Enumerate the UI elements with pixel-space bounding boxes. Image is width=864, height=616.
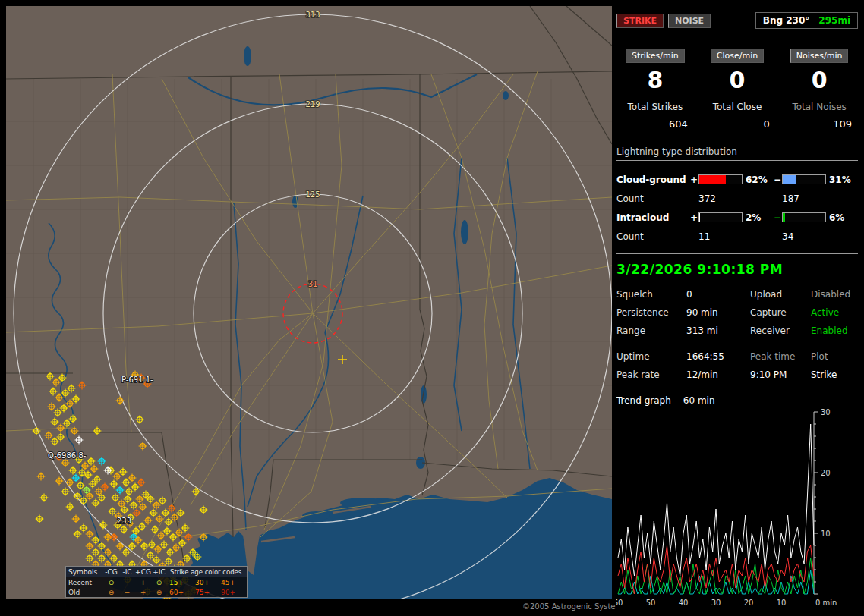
plus-cg-icon: + xyxy=(135,579,151,586)
current-timestamp: 3/22/2026 9:10:18 PM xyxy=(616,262,858,277)
persistence-label: Persistence xyxy=(616,307,686,318)
bearing-value: Bng 230° xyxy=(763,15,810,26)
cloud-ground-count-row: Count 372 187 xyxy=(616,189,858,208)
receiver-settings-grid: Squelch 0 Upload Disabled Persistence 90… xyxy=(616,289,858,336)
close-stat: Close/min 0 Total Close 0 xyxy=(698,47,776,130)
copyright: ©2005 Astrogenic Systems xyxy=(522,602,626,611)
separator xyxy=(616,253,858,254)
close-per-min-chip: Close/min xyxy=(711,49,764,63)
uptime-label: Uptime xyxy=(616,351,686,362)
receiver-status: Enabled xyxy=(811,325,858,336)
plus-cg-icon: + xyxy=(135,589,151,596)
svg-text:233: 233 xyxy=(117,517,131,525)
noises-stat: Noises/min 0 Total Noises 109 xyxy=(780,47,858,130)
plus-sign: + xyxy=(689,174,698,185)
legend-row-recent: Recent ⊖ − + ⊕ 15+ 30+ 45+ xyxy=(66,577,247,587)
total-strikes-label: Total Strikes xyxy=(616,102,694,112)
legend-col-nic: -IC xyxy=(119,568,135,576)
age-75: 75+ xyxy=(193,589,219,596)
legend-col-pcg: +CG xyxy=(135,568,151,576)
bearing-readout: Bng 230° 295mi xyxy=(755,12,858,29)
peak-rate-label: Peak rate xyxy=(616,369,686,380)
trend-graph-label: Trend graph xyxy=(616,395,671,406)
svg-text:20: 20 xyxy=(821,469,831,477)
svg-text:50: 50 xyxy=(646,599,656,607)
intracloud-count-row: Count 11 34 xyxy=(616,227,858,246)
cg-negative-bar xyxy=(782,174,826,184)
range-value: 313 mi xyxy=(686,325,750,336)
trend-graph: 1020306050403020100 min xyxy=(616,409,858,614)
cg-positive-pct: 62% xyxy=(743,174,773,185)
strikes-per-min-chip: Strikes/min xyxy=(626,49,685,63)
ic-negative-pct: 6% xyxy=(826,212,858,223)
strikes-rate: 8 xyxy=(616,68,694,93)
minus-ic-icon: − xyxy=(119,579,135,586)
legend-age-title: Strike age color codes xyxy=(167,568,244,576)
count-label: Count xyxy=(616,193,689,204)
total-strikes-value: 604 xyxy=(616,118,694,130)
strikes-stat: Strikes/min 8 Total Strikes 604 xyxy=(616,47,694,130)
legend-recent-label: Recent xyxy=(68,579,103,586)
cg-positive-bar xyxy=(698,174,743,184)
ic-negative-count: 34 xyxy=(782,231,826,242)
svg-text:30: 30 xyxy=(711,599,721,607)
intracloud-row: Intracloud + 2% − 6% xyxy=(616,208,858,227)
age-45: 45+ xyxy=(219,579,244,586)
svg-text:10: 10 xyxy=(777,599,787,607)
peak-time-value: 9:10 PM xyxy=(750,369,811,380)
svg-text:Q-6986 8-: Q-6986 8- xyxy=(48,451,87,460)
plot-label: Plot xyxy=(811,351,858,362)
upload-label: Upload xyxy=(750,289,811,300)
cg-negative-count: 187 xyxy=(782,193,826,204)
legend-symbols-title: Symbols xyxy=(68,568,103,576)
legend-header: Symbols -CG -IC +CG +IC Strike age color… xyxy=(66,567,247,577)
receiver-label: Receiver xyxy=(750,325,811,336)
svg-text:31: 31 xyxy=(308,280,318,288)
total-noises-value: 109 xyxy=(780,118,858,130)
minus-cg-icon: ⊖ xyxy=(103,579,119,586)
bearing-distance: 295mi xyxy=(818,15,850,26)
age-90: 90+ xyxy=(219,589,244,596)
noises-per-min-chip: Noises/min xyxy=(790,49,849,63)
plot-mode-value: Strike xyxy=(811,369,858,380)
legend-old-label: Old xyxy=(68,589,103,596)
noise-button[interactable]: NOISE xyxy=(668,14,711,28)
lightning-map[interactable]: 31321912531 P-691 1-Q-6986 8-233 Symbols… xyxy=(6,6,612,599)
noises-rate: 0 xyxy=(780,68,858,93)
minus-cg-icon: ⊖ xyxy=(103,589,119,596)
svg-text:30: 30 xyxy=(821,409,831,416)
plot-mode-controls: STRIKE NOISE Bng 230° 295mi xyxy=(616,12,858,29)
svg-text:219: 219 xyxy=(305,100,320,108)
plus-ic-icon: ⊕ xyxy=(151,579,167,586)
minus-sign: − xyxy=(773,212,782,223)
trend-window-value: 60 min xyxy=(683,395,715,406)
cg-negative-pct: 31% xyxy=(826,174,858,185)
squelch-label: Squelch xyxy=(616,289,686,300)
age-60: 60+ xyxy=(167,589,193,596)
legend-col-pic: +IC xyxy=(151,568,167,576)
trend-graph-canvas: 1020306050403020100 min xyxy=(616,409,856,611)
capture-status: Active xyxy=(811,307,858,318)
squelch-value: 0 xyxy=(686,289,750,300)
legend-col-ncg: -CG xyxy=(103,568,119,576)
minus-ic-icon: − xyxy=(119,589,135,596)
capture-label: Capture xyxy=(750,307,811,318)
map-canvas: 31321912531 P-691 1-Q-6986 8-233 xyxy=(6,6,612,599)
ic-positive-bar xyxy=(698,212,743,222)
uptime-info-grid: Uptime 1664:55 Peak time Plot Peak rate … xyxy=(616,351,858,380)
svg-text:60: 60 xyxy=(616,599,623,607)
svg-text:125: 125 xyxy=(305,190,320,199)
age-15: 15+ xyxy=(167,579,193,586)
map-legend: Symbols -CG -IC +CG +IC Strike age color… xyxy=(65,566,248,598)
ic-positive-count: 11 xyxy=(698,231,743,242)
rate-stats: Strikes/min 8 Total Strikes 604 Close/mi… xyxy=(616,47,858,130)
svg-text:313: 313 xyxy=(305,11,320,19)
ic-negative-bar xyxy=(782,212,826,222)
peak-rate-value: 12/min xyxy=(686,369,750,380)
cloud-ground-row: Cloud-ground + 62% − 31% xyxy=(616,170,858,189)
strike-button[interactable]: STRIKE xyxy=(616,14,664,28)
total-close-label: Total Close xyxy=(698,102,776,112)
nexstorm-window: 31321912531 P-691 1-Q-6986 8-233 Symbols… xyxy=(0,0,864,616)
svg-text:20: 20 xyxy=(744,599,754,607)
count-label: Count xyxy=(616,231,689,242)
